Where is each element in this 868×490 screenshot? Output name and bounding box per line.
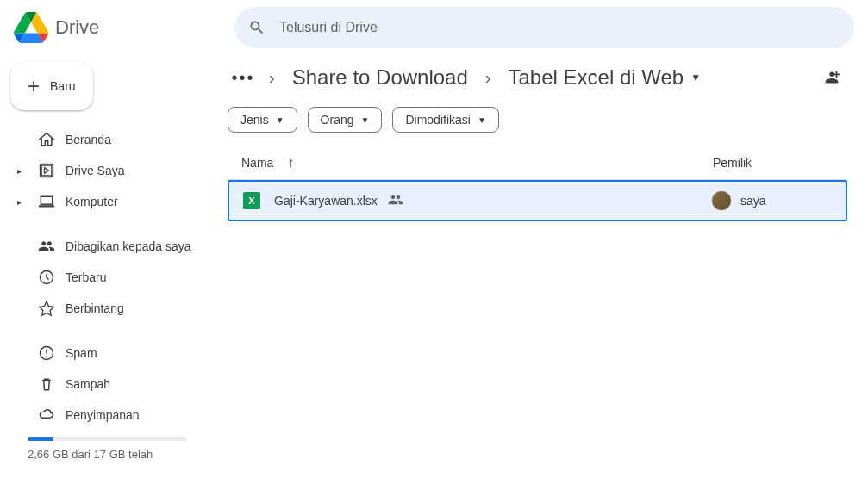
sidebar-item-label: Sampah [66, 377, 110, 391]
col-owner-label: Pemilik [713, 156, 752, 170]
chevron-down-icon: ▼ [690, 71, 701, 84]
storage-progress [28, 437, 186, 441]
search-input[interactable] [279, 20, 840, 35]
sidebar-item-beranda[interactable]: Beranda [7, 124, 207, 155]
chevron-down-icon: ▼ [276, 115, 284, 125]
home-icon [38, 131, 55, 148]
sidebar: + Baru Beranda ▸ Drive Saya ▸ Komputer D… [0, 55, 221, 490]
sidebar-item-label: Spam [66, 346, 97, 360]
owner-avatar [711, 190, 732, 211]
star-icon [38, 300, 55, 317]
filter-modified[interactable]: Dimodifikasi ▼ [392, 107, 498, 133]
sidebar-item-shared[interactable]: Dibagikan kepada saya [7, 231, 207, 262]
sidebar-item-komputer[interactable]: ▸ Komputer [7, 186, 207, 217]
col-owner-header[interactable]: Pemilik [713, 156, 834, 170]
clock-icon [38, 269, 55, 286]
logo-area: Drive [14, 10, 221, 45]
drive-logo-icon [14, 10, 48, 45]
chevron-down-icon: ▼ [361, 115, 370, 125]
storage-text: 2,66 GB dari 17 GB telah [28, 448, 186, 461]
owner-label: saya [740, 194, 766, 208]
excel-file-icon: X [243, 192, 260, 209]
sidebar-item-label: Komputer [66, 195, 118, 208]
cloud-icon [38, 406, 55, 424]
shared-badge-icon [388, 192, 403, 210]
filter-label: Orang [321, 113, 354, 127]
chevron-right-icon: › [265, 68, 278, 88]
sidebar-item-label: Terbaru [66, 270, 106, 284]
sort-arrow-up-icon: ↑ [287, 155, 294, 171]
drive-icon [38, 162, 55, 179]
file-name-label: Gaji-Karyawan.xlsx [274, 194, 378, 208]
chevron-right-icon: › [482, 68, 495, 88]
sidebar-item-label: Drive Saya [66, 164, 124, 177]
breadcrumb: ••• › Share to Download › Tabel Excel di… [228, 62, 847, 93]
chevron-down-icon: ▼ [478, 115, 486, 125]
sidebar-item-label: Beranda [66, 133, 111, 146]
computer-icon [38, 193, 55, 210]
filter-people[interactable]: Orang ▼ [308, 107, 383, 133]
chevron-right-icon: ▸ [17, 197, 28, 207]
sidebar-item-penyimpanan[interactable]: Penyimpanan [7, 400, 207, 431]
breadcrumb-current-label: Tabel Excel di Web [508, 65, 684, 90]
file-row[interactable]: X Gaji-Karyawan.xlsx saya [228, 180, 847, 221]
sidebar-item-label: Penyimpanan [66, 408, 140, 422]
filter-label: Jenis [240, 113, 269, 127]
sidebar-item-drive-saya[interactable]: ▸ Drive Saya [7, 155, 207, 186]
breadcrumb-more-icon[interactable]: ••• [228, 62, 259, 93]
plus-icon: + [28, 76, 40, 96]
col-name-label: Nama [241, 156, 273, 170]
share-with-people-button[interactable] [816, 62, 847, 93]
sidebar-item-label: Berbintang [66, 301, 124, 315]
sidebar-item-berbintang[interactable]: Berbintang [7, 293, 207, 324]
sidebar-item-spam[interactable]: Spam [7, 338, 207, 369]
app-name: Drive [55, 16, 99, 39]
spam-icon [38, 344, 55, 362]
shared-icon [38, 238, 55, 255]
sidebar-item-sampah[interactable]: Sampah [7, 369, 207, 400]
breadcrumb-item-current[interactable]: Tabel Excel di Web ▼ [501, 62, 708, 93]
table-header: Nama ↑ Pemilik [228, 146, 847, 180]
sidebar-item-label: Dibagikan kepada saya [66, 239, 191, 253]
filter-label: Dimodifikasi [405, 113, 470, 127]
new-button-label: Baru [50, 79, 76, 93]
filter-row: Jenis ▼ Orang ▼ Dimodifikasi ▼ [228, 107, 847, 133]
breadcrumb-item[interactable]: Share to Download [285, 62, 475, 93]
search-icon [248, 19, 265, 36]
col-name-header[interactable]: Nama ↑ [241, 155, 713, 171]
sidebar-item-terbaru[interactable]: Terbaru [7, 262, 207, 293]
main-content: ••• › Share to Download › Tabel Excel di… [221, 55, 868, 490]
filter-type[interactable]: Jenis ▼ [228, 107, 297, 133]
search-bar[interactable] [234, 7, 854, 48]
trash-icon [38, 375, 55, 393]
chevron-right-icon: ▸ [17, 166, 28, 176]
new-button[interactable]: + Baru [10, 62, 93, 110]
